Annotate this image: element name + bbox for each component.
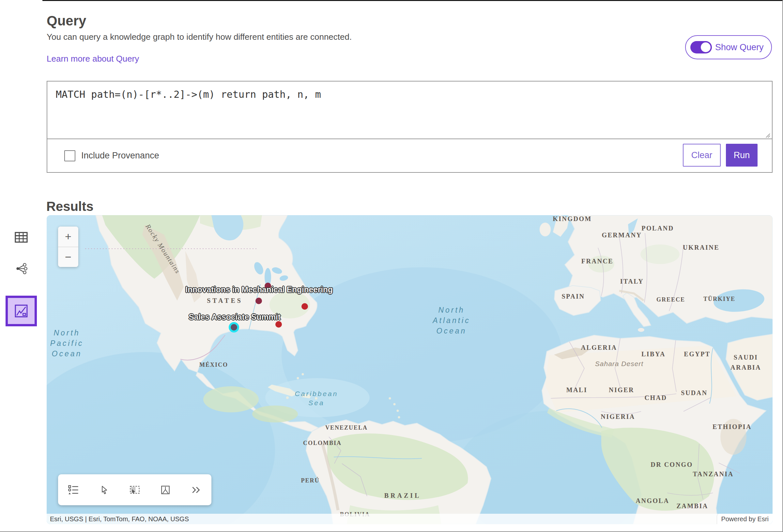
map-geo-label: Caribbean Sea	[295, 389, 338, 407]
map-geo-label: BRAZIL	[384, 492, 421, 499]
query-panel-footer: Include Provenance Clear Run	[47, 139, 772, 172]
double-chevron-icon	[191, 486, 201, 495]
legend-button[interactable]	[64, 480, 83, 500]
map-entity-label[interactable]: Sales Associate Summit	[189, 312, 281, 322]
map-point[interactable]	[255, 298, 262, 304]
learn-more-link[interactable]: Learn more about Query	[46, 54, 139, 64]
map-geo-label: SUDAN	[681, 389, 707, 397]
map-geo-label: GREECE	[656, 296, 685, 303]
map-point[interactable]	[229, 322, 239, 333]
results-title: Results	[46, 199, 94, 214]
map-geo-label: SAUDI ARABIA	[730, 353, 761, 373]
select-polygon-button[interactable]	[156, 480, 175, 500]
zoom-out-button[interactable]: −	[58, 247, 78, 267]
legend-icon	[68, 485, 79, 495]
map-view-button[interactable]	[5, 296, 37, 326]
map-geo-label: ALGERIA	[581, 344, 617, 352]
map-geo-label: EGYPT	[684, 351, 710, 358]
select-polygon-icon	[160, 485, 170, 495]
map-geo-label: DR CONGO	[651, 461, 693, 468]
results-view-switcher	[5, 225, 38, 326]
map-geo-label: ETHIOPIA	[713, 423, 752, 431]
map-geo-label: MÉXICO	[199, 362, 228, 368]
expand-toolbar-button[interactable]	[186, 480, 206, 500]
map-geo-label: GERMANY	[602, 231, 642, 239]
map-geo-label: CHAD	[645, 394, 667, 402]
results-map[interactable]: KINGDOMPOLANDGERMANYUKRAINEFRANCEITALYSP…	[46, 215, 773, 524]
run-button[interactable]: Run	[726, 144, 757, 167]
resize-handle-icon[interactable]	[765, 132, 771, 138]
table-view-button[interactable]	[5, 225, 37, 250]
map-geo-label: ZAMBIA	[676, 502, 708, 510]
page-description: You can query a knowledge graph to ident…	[46, 32, 352, 42]
map-geo-label: PERÚ	[301, 477, 320, 484]
map-geo-label: MALI	[566, 386, 587, 394]
map-geo-label: ITALY	[620, 278, 644, 285]
powered-by-esri: Powered by Esri	[717, 514, 773, 524]
graph-view-button[interactable]	[5, 256, 37, 281]
map-geo-label: Rocky Mountains	[144, 223, 182, 275]
attribution-text: Esri, USGS | Esri, TomTom, FAO, NOAA, US…	[46, 516, 717, 523]
toggle-switch-icon[interactable]	[690, 41, 712, 54]
query-input[interactable]: MATCH path=(n)-[r*..2]->(m) return path,…	[47, 81, 772, 139]
map-point[interactable]	[302, 303, 308, 310]
map-geo-label: Sahara Desert	[595, 360, 644, 368]
map-geo-label: NIGER	[609, 386, 634, 394]
map-geo-label: VENEZUELA	[325, 425, 368, 431]
map-geo-label: North Atlantic Ocean	[433, 305, 470, 336]
map-entity-label[interactable]: Innovations in Mechanical Engineering	[185, 285, 333, 294]
map-geo-label: TANZANIA	[693, 470, 733, 478]
query-panel: MATCH path=(n)-[r*..2]->(m) return path,…	[46, 81, 773, 173]
include-provenance-label: Include Provenance	[81, 151, 159, 161]
map-icon	[14, 304, 28, 318]
map-zoom-control: + −	[58, 227, 78, 267]
select-cursor-button[interactable]	[94, 480, 114, 500]
zoom-in-button[interactable]: +	[58, 227, 78, 247]
map-attribution-bar: Esri, USGS | Esri, TomTom, FAO, NOAA, US…	[46, 514, 773, 524]
map-geo-label: STATES	[207, 297, 243, 304]
map-geo-label: KINGDOM	[553, 215, 592, 223]
table-icon	[15, 232, 28, 243]
toggle-knob	[701, 42, 711, 52]
map-toolbar	[58, 474, 211, 505]
window-top-border	[42, 0, 782, 1]
show-query-label: Show Query	[715, 42, 764, 53]
map-geo-label: LIBYA	[641, 351, 665, 358]
map-geo-label: NIGERIA	[601, 413, 635, 421]
map-geo-label: UKRAINE	[683, 244, 719, 251]
map-geo-label: North Pacific Ocean	[50, 328, 84, 359]
cursor-icon	[99, 485, 109, 495]
page-title: Query	[46, 13, 86, 29]
map-geo-label: TÜRKIYE	[703, 296, 735, 302]
map-geo-label: COLOMBIA	[303, 440, 342, 446]
select-rectangle-icon	[129, 485, 140, 495]
map-geo-label: FRANCE	[582, 258, 613, 265]
select-rectangle-button[interactable]	[125, 480, 145, 500]
show-query-toggle[interactable]: Show Query	[685, 35, 772, 59]
map-geo-label: SPAIN	[562, 293, 585, 300]
map-point[interactable]	[275, 321, 282, 328]
link-chart-icon	[15, 262, 28, 275]
map-geo-label: POLAND	[641, 225, 674, 232]
map-geo-label: ANGOLA	[636, 497, 669, 505]
clear-button[interactable]: Clear	[683, 144, 721, 167]
include-provenance-checkbox[interactable]	[64, 150, 75, 161]
